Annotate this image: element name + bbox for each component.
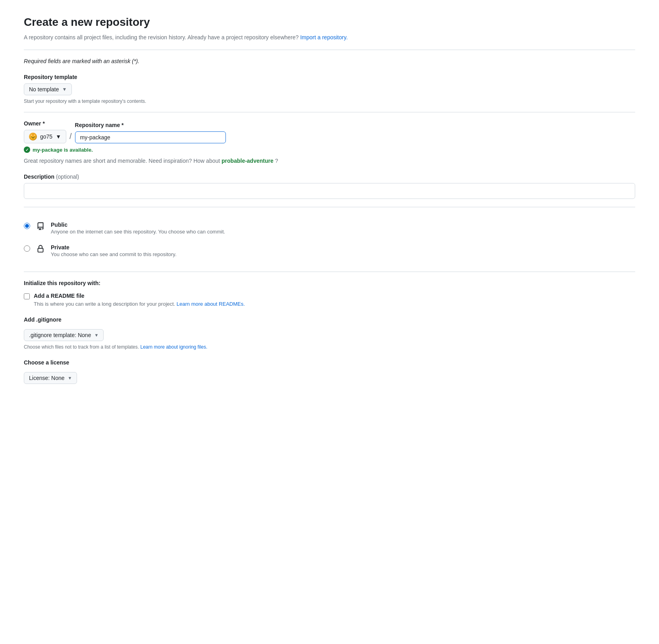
import-link[interactable]: Import a repository. — [300, 34, 348, 40]
public-radio[interactable] — [24, 223, 30, 229]
public-info: Public Anyone on the internet can see th… — [51, 222, 225, 235]
template-dropdown-label: No template — [29, 86, 59, 93]
divider-2 — [24, 207, 635, 207]
readme-learn-link[interactable]: Learn more about READMEs. — [177, 301, 245, 307]
init-section: Initialize this repository with: Add a R… — [24, 280, 635, 307]
gitignore-hint: Choose which files not to track from a l… — [24, 344, 635, 350]
gitignore-chevron-icon: ▼ — [94, 333, 98, 337]
repo-name-input[interactable] — [75, 131, 226, 143]
template-label: Repository template — [24, 74, 635, 80]
license-chevron-icon: ▼ — [68, 376, 72, 380]
description-input[interactable] — [24, 183, 635, 199]
divider-top — [24, 50, 635, 50]
private-desc: You choose who can see and commit to thi… — [51, 251, 177, 257]
owner-avatar: 🐱 — [29, 133, 37, 141]
readme-checkbox[interactable] — [24, 293, 30, 299]
availability-badge: ✓ my-package is available. — [24, 147, 635, 153]
owner-repo-row: Owner * 🐱 go75 ▼ / Repository name * — [24, 120, 635, 143]
private-info: Private You choose who can see and commi… — [51, 244, 177, 257]
owner-chevron-icon: ▼ — [56, 133, 61, 140]
license-label: Choose a license — [24, 359, 635, 366]
divider-1 — [24, 112, 635, 112]
divider-3 — [24, 272, 635, 272]
public-title: Public — [51, 222, 225, 228]
inspiration-text: Great repository names are short and mem… — [24, 158, 635, 164]
license-section: Choose a license License: None ▼ — [24, 359, 635, 387]
slash-separator: / — [69, 132, 72, 142]
public-option: Public Anyone on the internet can see th… — [24, 217, 635, 239]
gitignore-label: Add .gitignore — [24, 316, 635, 323]
book-icon — [35, 221, 46, 232]
readme-row: Add a README file — [24, 293, 635, 299]
owner-name: go75 — [40, 133, 52, 140]
gitignore-section: Add .gitignore .gitignore template: None… — [24, 316, 635, 350]
owner-dropdown[interactable]: 🐱 go75 ▼ — [24, 130, 66, 143]
template-hint: Start your repository with a template re… — [24, 98, 635, 104]
chevron-down-icon: ▼ — [62, 87, 67, 92]
owner-field-group: Owner * 🐱 go75 ▼ — [24, 120, 66, 143]
init-title: Initialize this repository with: — [24, 280, 635, 286]
description-label: Description (optional) — [24, 174, 635, 180]
license-dropdown[interactable]: License: None ▼ — [24, 372, 77, 384]
lock-icon — [35, 243, 46, 255]
check-circle-icon: ✓ — [24, 147, 30, 153]
page-subtitle: A repository contains all project files,… — [24, 33, 635, 42]
page-title: Create a new repository — [24, 16, 635, 29]
required-note: Required fields are marked with an aster… — [24, 58, 635, 64]
readme-desc: This is where you can write a long descr… — [34, 301, 635, 307]
suggestion-link[interactable]: probable-adventure — [222, 158, 274, 164]
public-desc: Anyone on the internet can see this repo… — [51, 229, 225, 235]
gitignore-dropdown[interactable]: .gitignore template: None ▼ — [24, 329, 104, 341]
readme-label[interactable]: Add a README file — [34, 293, 85, 299]
private-option: Private You choose who can see and commi… — [24, 239, 635, 262]
license-dropdown-label: License: None — [29, 375, 65, 381]
gitignore-dropdown-label: .gitignore template: None — [29, 332, 91, 338]
repo-name-label: Repository name * — [75, 122, 226, 128]
private-title: Private — [51, 244, 177, 251]
description-optional-label: (optional) — [56, 174, 79, 180]
owner-label: Owner * — [24, 120, 66, 127]
template-dropdown[interactable]: No template ▼ — [24, 83, 72, 95]
repo-name-field-group: Repository name * — [75, 122, 226, 143]
gitignore-learn-link[interactable]: Learn more about ignoring files. — [140, 344, 207, 350]
visibility-section: Public Anyone on the internet can see th… — [24, 217, 635, 262]
available-text: my-package is available. — [33, 147, 93, 153]
private-radio[interactable] — [24, 245, 30, 252]
